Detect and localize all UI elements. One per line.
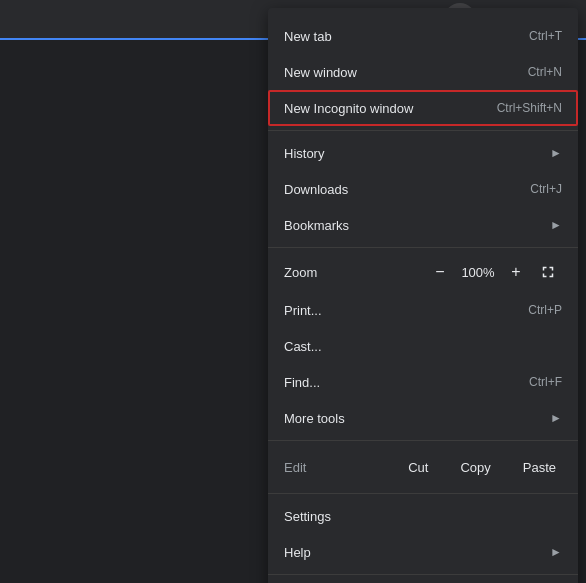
new-incognito-shortcut: Ctrl+Shift+N [497,101,562,115]
paste-button[interactable]: Paste [509,454,570,481]
exit-item[interactable]: Exit [268,579,578,583]
settings-label: Settings [284,509,331,524]
print-label: Print... [284,303,322,318]
bookmarks-label: Bookmarks [284,218,349,233]
new-tab-item[interactable]: New tab Ctrl+T [268,18,578,54]
help-label: Help [284,545,311,560]
find-label: Find... [284,375,320,390]
new-incognito-label: New Incognito window [284,101,413,116]
help-item[interactable]: Help ► [268,534,578,570]
fullscreen-button[interactable] [534,258,562,286]
downloads-item[interactable]: Downloads Ctrl+J [268,171,578,207]
exit-section: Exit [268,575,578,583]
history-item[interactable]: History ► [268,135,578,171]
new-section: New tab Ctrl+T New window Ctrl+N New Inc… [268,14,578,131]
history-label: History [284,146,324,161]
more-tools-item[interactable]: More tools ► [268,400,578,436]
new-window-item[interactable]: New window Ctrl+N [268,54,578,90]
context-menu: New tab Ctrl+T New window Ctrl+N New Inc… [268,8,578,583]
copy-button[interactable]: Copy [446,454,504,481]
cast-item[interactable]: Cast... [268,328,578,364]
zoom-out-button[interactable]: − [426,258,454,286]
more-tools-arrow: ► [550,411,562,425]
new-window-shortcut: Ctrl+N [528,65,562,79]
new-window-label: New window [284,65,357,80]
new-incognito-item[interactable]: New Incognito window Ctrl+Shift+N [268,90,578,126]
edit-section: Edit Cut Copy Paste [268,441,578,494]
settings-item[interactable]: Settings [268,498,578,534]
new-tab-label: New tab [284,29,332,44]
downloads-label: Downloads [284,182,348,197]
zoom-controls: − 100% + [426,258,530,286]
cut-button[interactable]: Cut [394,454,442,481]
edit-row: Edit Cut Copy Paste [268,445,578,489]
find-shortcut: Ctrl+F [529,375,562,389]
find-item[interactable]: Find... Ctrl+F [268,364,578,400]
history-arrow: ► [550,146,562,160]
help-arrow: ► [550,545,562,559]
settings-section: Settings Help ► [268,494,578,575]
print-shortcut: Ctrl+P [528,303,562,317]
nav-section: History ► Downloads Ctrl+J Bookmarks ► [268,131,578,248]
tools-section: Zoom − 100% + Print... Ctrl+P Cast... Fi… [268,248,578,441]
zoom-row: Zoom − 100% + [268,252,578,292]
cast-label: Cast... [284,339,322,354]
print-item[interactable]: Print... Ctrl+P [268,292,578,328]
bookmarks-item[interactable]: Bookmarks ► [268,207,578,243]
edit-label: Edit [276,460,390,475]
more-tools-label: More tools [284,411,345,426]
zoom-in-button[interactable]: + [502,258,530,286]
zoom-label: Zoom [284,265,426,280]
downloads-shortcut: Ctrl+J [530,182,562,196]
new-tab-shortcut: Ctrl+T [529,29,562,43]
bookmarks-arrow: ► [550,218,562,232]
zoom-value: 100% [458,265,498,280]
